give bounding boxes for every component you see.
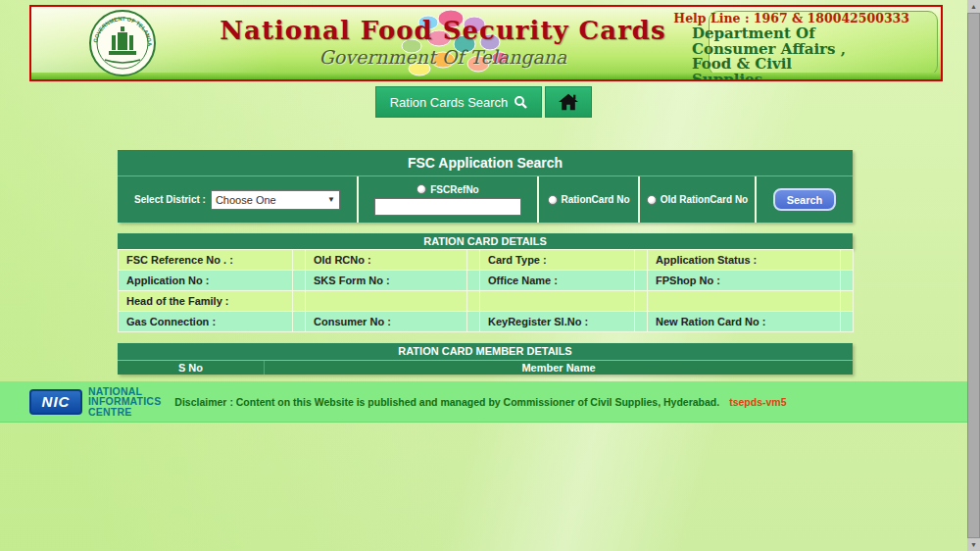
- ration-card-details-header: RATION CARD DETAILS: [118, 233, 853, 249]
- disclaimer-text: Disclaimer : Content on this Website is …: [174, 396, 719, 408]
- fscrefno-radio[interactable]: [416, 184, 426, 194]
- nic-logo: NIC: [29, 389, 82, 415]
- field-value: [467, 271, 480, 291]
- field-value: [293, 271, 306, 291]
- rationcard-cell: RationCard No: [537, 176, 638, 223]
- rationcard-label: RationCard No: [562, 194, 630, 205]
- department-line: Supplies: [692, 73, 880, 82]
- ration-card-details-table: FSC Reference No . : Old RCNo : Card Typ…: [118, 249, 854, 332]
- search-cell: Search: [755, 176, 853, 223]
- field-value: [635, 312, 648, 332]
- help-line: Help Line : 1967 & 180042500333: [673, 11, 909, 25]
- telangana-government-emblem-icon: GOVERNMENT OF TELANGANA: [88, 9, 157, 77]
- district-cell: Select District : Choose One ▼: [118, 176, 357, 223]
- field-label: FSC Reference No . :: [119, 250, 293, 271]
- field-label: KeyRegister Sl.No :: [480, 312, 635, 332]
- nav-bar: Ration Cards Search: [0, 86, 967, 118]
- field-label: [306, 291, 467, 312]
- district-select[interactable]: Choose One ▼: [211, 190, 340, 210]
- search-icon: [514, 95, 527, 109]
- field-label: Old RCNo :: [306, 250, 467, 271]
- page-subtitle: Government Of Telangana: [198, 46, 688, 68]
- field-label: Application Status :: [648, 250, 841, 271]
- rationcard-radio[interactable]: [548, 195, 558, 205]
- old-rationcard-radio[interactable]: [647, 195, 657, 205]
- field-label: SKS Form No :: [306, 271, 467, 291]
- main-content: FSC Application Search Select District :…: [118, 150, 853, 375]
- field-label: [480, 291, 635, 312]
- field-value: [841, 312, 854, 332]
- nic-name: NATIONAL INFORMATICS CENTRE: [88, 386, 161, 418]
- field-label: Consumer No :: [306, 312, 467, 332]
- field-value: [467, 291, 480, 312]
- scrollbar-thumb[interactable]: [967, 13, 980, 538]
- table-row: Head of the Family :: [119, 291, 854, 312]
- field-value: [293, 312, 306, 332]
- fsc-application-search-header: FSC Application Search: [118, 150, 853, 175]
- district-selected-value: Choose One: [216, 194, 276, 206]
- nic-name-line: CENTRE: [88, 407, 161, 418]
- member-name-column-header: Member Name: [265, 361, 853, 375]
- field-value: [635, 271, 648, 291]
- field-value: [293, 250, 306, 271]
- field-value: [841, 250, 854, 271]
- rationcard-radio-line: RationCard No: [548, 194, 630, 205]
- field-label: Application No :: [119, 271, 293, 291]
- field-value: [293, 291, 306, 312]
- old-rationcard-label: Old RationCard No: [661, 194, 748, 205]
- fsc-search-form: Select District : Choose One ▼ FSCRefNo …: [118, 175, 853, 223]
- old-rationcard-cell: Old RationCard No: [638, 176, 755, 223]
- home-icon: [558, 92, 579, 112]
- field-label: Office Name :: [480, 271, 635, 291]
- ration-cards-search-button[interactable]: Ration Cards Search: [375, 86, 543, 118]
- scroll-down-arrow-icon[interactable]: ▼: [967, 538, 980, 551]
- field-value: [841, 291, 854, 312]
- field-label: [648, 291, 841, 312]
- select-district-label: Select District :: [134, 194, 206, 205]
- field-label: New Ration Card No :: [648, 312, 841, 332]
- fscrefno-label: FSCRefNo: [430, 184, 478, 195]
- field-label: FPShop No :: [648, 271, 841, 291]
- field-value: [635, 250, 648, 271]
- table-row: Application No : SKS Form No : Office Na…: [119, 271, 854, 291]
- field-value: [635, 291, 648, 312]
- table-row: FSC Reference No . : Old RCNo : Card Typ…: [119, 250, 854, 271]
- vertical-scrollbar[interactable]: ▲ ▼: [967, 0, 980, 551]
- field-value: [467, 312, 480, 332]
- table-row: Gas Connection : Consumer No : KeyRegist…: [119, 312, 854, 332]
- header-titles: National Food Security Cards Government …: [198, 16, 688, 68]
- nav-search-label: Ration Cards Search: [390, 95, 509, 110]
- footer: NIC NATIONAL INFORMATICS CENTRE Disclaim…: [0, 381, 967, 423]
- field-label: Card Type :: [480, 250, 635, 271]
- header-banner: GOVERNMENT OF TELANGANA: [29, 5, 943, 81]
- search-button[interactable]: Search: [773, 188, 836, 211]
- sno-column-header: S No: [118, 361, 265, 375]
- fscrefno-radio-line: FSCRefNo: [416, 184, 478, 195]
- field-label: Gas Connection :: [119, 312, 293, 332]
- old-rationcard-radio-line: Old RationCard No: [647, 194, 748, 205]
- fscrefno-input[interactable]: [374, 198, 521, 216]
- chevron-down-icon: ▼: [327, 195, 335, 204]
- page: GOVERNMENT OF TELANGANA: [0, 0, 980, 551]
- ration-card-member-details-header: RATION CARD MEMBER DETAILS: [118, 343, 853, 360]
- fscrefno-cell: FSCRefNo: [357, 176, 537, 223]
- member-details-column-headers: S No Member Name: [118, 360, 853, 375]
- field-value: [467, 250, 480, 271]
- home-button[interactable]: [545, 86, 592, 118]
- field-label: Head of the Family :: [119, 291, 293, 312]
- page-title: National Food Security Cards: [198, 16, 688, 45]
- server-name: tsepds-vm5: [729, 396, 786, 408]
- field-value: [841, 271, 854, 291]
- department-name: Department Of Consumer Affairs , Food & …: [692, 26, 880, 81]
- scroll-up-arrow-icon[interactable]: ▲: [967, 0, 980, 13]
